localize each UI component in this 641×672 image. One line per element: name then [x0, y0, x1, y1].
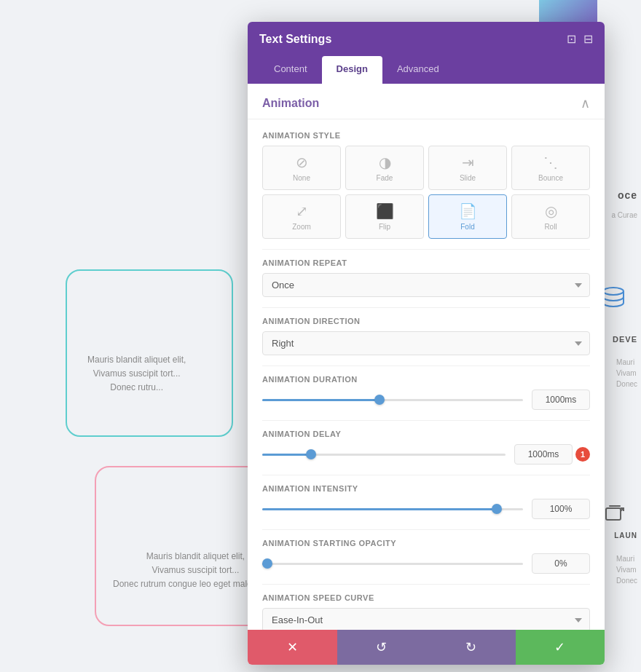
bg-curiae-text: a Curae: [611, 211, 637, 219]
animation-opacity-track: [262, 563, 523, 565]
animation-section-header: Animation ∧: [248, 84, 605, 119]
animation-intensity-thumb[interactable]: [492, 504, 502, 514]
animation-intensity-label: Animation Intensity: [262, 484, 590, 493]
anim-roll[interactable]: ◎ Roll: [511, 194, 590, 239]
animation-speed-label: Animation Speed Curve: [262, 593, 590, 602]
anim-flip-label: Flip: [379, 223, 390, 231]
anim-roll-icon: ◎: [545, 202, 557, 220]
divider-7: [262, 584, 590, 585]
bg-launch-label: LAUN: [614, 531, 637, 539]
confirm-button[interactable]: ✓: [516, 630, 605, 665]
animation-intensity-value[interactable]: 100%: [532, 499, 590, 519]
animation-delay-value[interactable]: 1000ms: [514, 444, 573, 465]
animation-direction-select[interactable]: Top Right Bottom Left: [262, 331, 590, 355]
anim-slide[interactable]: ⇥ Slide: [428, 146, 507, 190]
animation-direction-row: Animation Direction Top Right Bottom Lef…: [262, 317, 590, 355]
modal-title: Text Settings: [259, 33, 331, 46]
tab-content[interactable]: Content: [259, 56, 322, 84]
anim-bounce-label: Bounce: [538, 174, 563, 182]
animation-duration-fill: [262, 399, 380, 401]
divider-4: [262, 420, 590, 421]
modal-body: Animation ∧ Animation Style ⊘ None ◑ Fad…: [248, 84, 605, 630]
anim-none-label: None: [293, 174, 310, 182]
anim-bounce-icon: ⋱: [543, 154, 558, 171]
divider-3: [262, 365, 590, 366]
animation-style-row: Animation Style ⊘ None ◑ Fade ⇥ Slide: [262, 131, 590, 239]
modal-tabs: Content Design Advanced: [248, 56, 605, 84]
tab-design[interactable]: Design: [322, 56, 382, 84]
animation-style-grid-row1: ⊘ None ◑ Fade ⇥ Slide ⋱ Bounce: [262, 146, 590, 190]
svg-rect-2: [609, 505, 621, 507]
fullscreen-icon[interactable]: ⊡: [567, 32, 576, 46]
anim-fade-label: Fade: [377, 174, 393, 182]
svg-rect-1: [606, 508, 621, 520]
animation-style-label: Animation Style: [262, 131, 590, 140]
svg-point-0: [603, 288, 624, 295]
divider-1: [262, 249, 590, 250]
anim-fold-label: Fold: [460, 223, 474, 231]
anim-roll-label: Roll: [544, 223, 557, 231]
anim-zoom[interactable]: ⤢ Zoom: [262, 194, 341, 239]
animation-intensity-slider-row: 100%: [262, 499, 590, 519]
anim-flip[interactable]: ⬛ Flip: [345, 194, 424, 239]
animation-delay-label: Animation Delay: [262, 430, 590, 438]
animation-duration-track: [262, 399, 523, 401]
bg-launch-icon: [603, 502, 626, 531]
undo-button[interactable]: ↺: [337, 630, 427, 665]
anim-fold[interactable]: 📄 Fold: [428, 194, 507, 239]
animation-opacity-row: Animation Starting Opacity 0%: [262, 539, 590, 574]
animation-duration-slider-container: [262, 392, 523, 407]
animation-opacity-value[interactable]: 0%: [532, 553, 590, 574]
anim-flip-icon: ⬛: [376, 202, 394, 220]
animation-direction-label: Animation Direction: [262, 317, 590, 325]
animation-opacity-slider-container: [262, 556, 523, 571]
anim-none-icon: ⊘: [296, 154, 308, 171]
animation-duration-value[interactable]: 1000ms: [532, 390, 590, 410]
animation-delay-badge: 1: [575, 447, 590, 462]
divider-2: [262, 307, 590, 308]
anim-fade[interactable]: ◑ Fade: [345, 146, 424, 190]
animation-duration-row: Animation Duration 1000ms: [262, 375, 590, 410]
bg-devi-small-text: MauriVivamDonec: [616, 357, 637, 390]
animation-repeat-select[interactable]: Once Loop Infinite: [262, 273, 590, 297]
anim-slide-icon: ⇥: [462, 154, 474, 171]
anim-bounce[interactable]: ⋱ Bounce: [511, 146, 590, 190]
animation-duration-slider-row: 1000ms: [262, 390, 590, 410]
animation-opacity-label: Animation Starting Opacity: [262, 539, 590, 548]
animation-opacity-thumb[interactable]: [262, 558, 272, 569]
modal-header: Text Settings ⊡ ⊟: [248, 22, 605, 56]
animation-opacity-slider-row: 0%: [262, 553, 590, 574]
text-settings-modal: Text Settings ⊡ ⊟ Content Design Advance…: [248, 22, 605, 665]
animation-delay-thumb[interactable]: [306, 449, 316, 459]
anim-fade-icon: ◑: [379, 154, 391, 171]
tab-advanced[interactable]: Advanced: [382, 56, 454, 84]
modal-footer: ✕ ↺ ↻ ✓: [248, 630, 605, 665]
animation-intensity-track: [262, 508, 523, 510]
anim-none[interactable]: ⊘ None: [262, 146, 341, 190]
animation-repeat-label: Animation Repeat: [262, 258, 590, 267]
animation-style-grid-row2: ⤢ Zoom ⬛ Flip 📄 Fold ◎ Roll: [262, 194, 590, 239]
animation-delay-track: [262, 454, 506, 456]
animation-speed-row: Animation Speed Curve Ease-In-Out Linear…: [262, 593, 590, 630]
anim-slide-label: Slide: [460, 174, 476, 182]
animation-speed-select[interactable]: Ease-In-Out Linear Ease-In Ease-Out: [262, 608, 590, 630]
animation-delay-slider-outer: 1000ms 1: [262, 444, 590, 465]
animation-intensity-slider-container: [262, 502, 523, 516]
collapse-icon[interactable]: ∧: [581, 95, 590, 111]
cancel-button[interactable]: ✕: [248, 630, 337, 665]
anim-fold-icon: 📄: [459, 202, 477, 220]
bg-oce-text: oce: [618, 189, 637, 201]
animation-delay-row: Animation Delay 1000ms 1: [262, 430, 590, 465]
divider-5: [262, 475, 590, 475]
split-icon[interactable]: ⊟: [583, 32, 593, 46]
animation-duration-thumb[interactable]: [374, 395, 385, 405]
bg-launch-small-text: MauriVivamDonec: [616, 553, 637, 586]
animation-delay-slider-container: [262, 447, 506, 462]
anim-zoom-label: Zoom: [292, 223, 311, 231]
anim-zoom-icon: ⤢: [296, 202, 308, 220]
divider-6: [262, 529, 590, 530]
bg-devi-label: DEVE: [613, 335, 637, 344]
redo-button[interactable]: ↻: [426, 630, 516, 665]
bg-teal-text: Mauris blandit aliquet elit, Vivamus sus…: [87, 353, 186, 395]
modal-header-icons: ⊡ ⊟: [567, 32, 593, 46]
